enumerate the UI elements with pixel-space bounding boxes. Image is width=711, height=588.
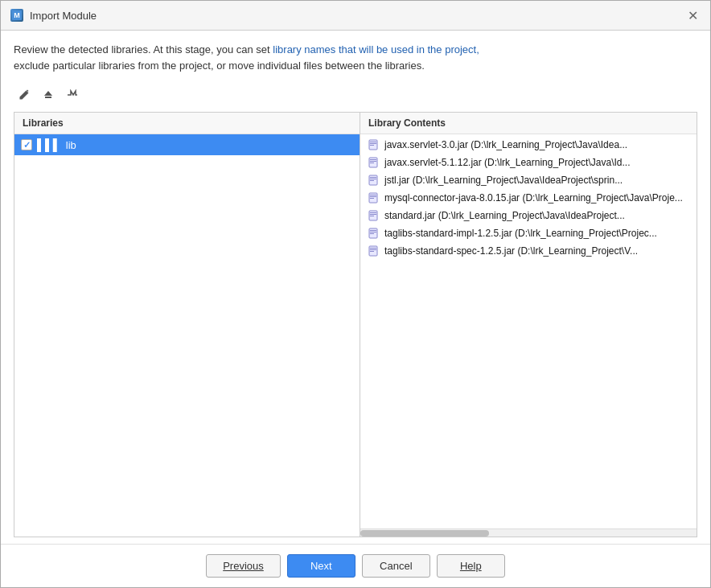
- import-module-dialog: M Import Module ✕ Review the detected li…: [0, 0, 711, 588]
- svg-rect-13: [370, 180, 374, 181]
- jar-icon: [367, 174, 380, 187]
- title-bar: M Import Module ✕: [1, 1, 710, 31]
- svg-rect-7: [370, 159, 376, 160]
- svg-rect-25: [370, 233, 374, 234]
- content-item-text: javax.servlet-3.0.jar (D:\lrk_Learning_P…: [384, 139, 627, 150]
- list-item[interactable]: javax.servlet-3.0.jar (D:\lrk_Learning_P…: [360, 136, 697, 154]
- checkmark-icon: ✓: [23, 140, 31, 150]
- list-item[interactable]: mysql-connector-java-8.0.15.jar (D:\lrk_…: [360, 189, 697, 207]
- contents-list: javax.servlet-3.0.jar (D:\lrk_Learning_P…: [360, 134, 697, 528]
- library-contents-panel: Library Contents javax.servlet-3.0.jar (…: [360, 113, 697, 537]
- svg-rect-8: [370, 161, 376, 162]
- library-bar-icon: ▌▌▌: [37, 138, 61, 151]
- description-link: library names that will be used in the p…: [273, 43, 479, 56]
- svg-rect-19: [370, 212, 376, 213]
- footer: Previous Next Cancel Help: [1, 544, 710, 587]
- list-item[interactable]: taglibs-standard-spec-1.2.5.jar (D:\lrk_…: [360, 242, 697, 260]
- split-icon: [67, 89, 78, 101]
- svg-rect-24: [370, 232, 376, 232]
- svg-rect-11: [370, 177, 376, 178]
- toolbar: [1, 81, 710, 112]
- content-area: Libraries ✓ ▌▌▌ lib Library Contents: [14, 112, 697, 537]
- list-item[interactable]: javax.servlet-5.1.12.jar (D:\lrk_Learnin…: [360, 154, 697, 171]
- jar-icon: [367, 227, 380, 240]
- svg-rect-15: [370, 195, 376, 195]
- dialog-title: Import Module: [30, 10, 97, 22]
- list-item[interactable]: jstl.jar (D:\lrk_Learning_Project\Java\I…: [360, 171, 697, 189]
- contents-header: Library Contents: [360, 113, 697, 134]
- library-name: lib: [66, 139, 76, 151]
- content-item-text: taglibs-standard-spec-1.2.5.jar (D:\lrk_…: [384, 245, 638, 257]
- move-up-button[interactable]: [38, 84, 59, 105]
- content-item-text: jstl.jar (D:\lrk_Learning_Project\Java\I…: [384, 175, 623, 186]
- content-item-text: taglibs-standard-impl-1.2.5.jar (D:\lrk_…: [384, 228, 657, 239]
- previous-button[interactable]: Previous: [206, 554, 281, 578]
- next-button[interactable]: Next: [287, 554, 356, 578]
- list-item[interactable]: standard.jar (D:\lrk_Learning_Project\Ja…: [360, 207, 697, 224]
- horizontal-scrollbar[interactable]: [360, 528, 697, 537]
- svg-rect-28: [370, 249, 376, 250]
- title-bar-left: M Import Module: [10, 9, 97, 22]
- svg-rect-4: [370, 143, 376, 144]
- libraries-header: Libraries: [14, 113, 360, 134]
- jar-icon: [367, 245, 380, 257]
- jar-icon: [367, 156, 380, 169]
- description-after-link: exclude particular libraries from the pr…: [14, 60, 425, 72]
- svg-rect-5: [370, 145, 374, 146]
- jar-icon: [367, 138, 380, 151]
- move-up-icon: [43, 89, 54, 101]
- split-button[interactable]: [62, 84, 83, 105]
- scrollbar-thumb[interactable]: [360, 530, 489, 537]
- edit-icon: [18, 89, 30, 101]
- svg-text:M: M: [14, 11, 20, 19]
- content-item-text: mysql-connector-java-8.0.15.jar (D:\lrk_…: [384, 192, 683, 204]
- svg-rect-20: [370, 214, 376, 215]
- dialog-icon: M: [10, 9, 23, 22]
- close-button[interactable]: ✕: [684, 7, 701, 23]
- svg-rect-9: [370, 162, 374, 163]
- content-item-text: standard.jar (D:\lrk_Learning_Project\Ja…: [384, 210, 625, 221]
- libraries-panel: Libraries ✓ ▌▌▌ lib: [14, 113, 360, 537]
- help-button[interactable]: Help: [437, 554, 505, 578]
- svg-rect-23: [370, 230, 376, 231]
- library-item[interactable]: ✓ ▌▌▌ lib: [14, 134, 360, 155]
- svg-rect-16: [370, 196, 376, 197]
- svg-rect-21: [370, 216, 374, 216]
- edit-button[interactable]: [14, 84, 35, 105]
- svg-rect-12: [370, 179, 376, 179]
- svg-rect-29: [370, 251, 374, 252]
- svg-rect-3: [370, 142, 376, 142]
- svg-rect-17: [370, 198, 374, 199]
- list-item[interactable]: taglibs-standard-impl-1.2.5.jar (D:\lrk_…: [360, 224, 697, 242]
- jar-icon: [367, 209, 380, 222]
- svg-rect-27: [370, 248, 376, 249]
- description-text: Review the detected libraries. At this s…: [1, 31, 710, 81]
- library-checkbox[interactable]: ✓: [21, 139, 32, 150]
- jar-icon: [367, 191, 380, 204]
- cancel-button[interactable]: Cancel: [362, 554, 430, 578]
- description-before-link: Review the detected libraries. At this s…: [14, 43, 273, 56]
- content-item-text: javax.servlet-5.1.12.jar (D:\lrk_Learnin…: [384, 157, 630, 168]
